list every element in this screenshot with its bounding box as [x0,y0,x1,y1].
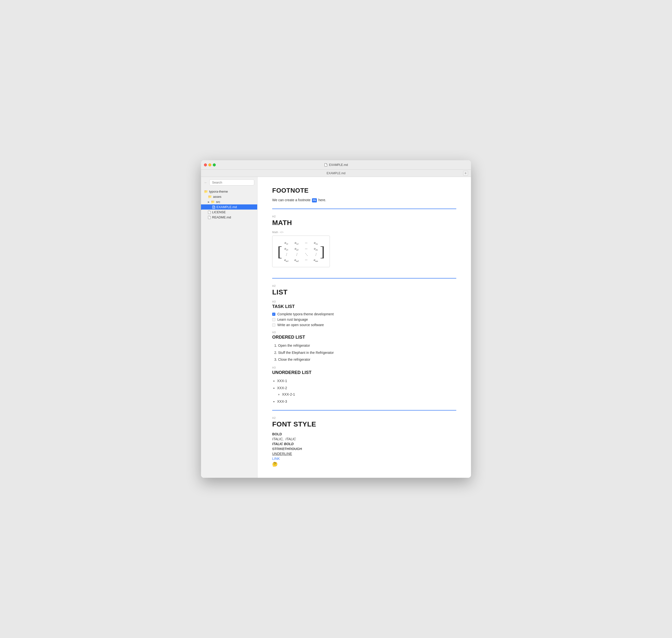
font-bold: BOLD [272,432,456,436]
folder-label: asses [213,195,221,199]
main-content: ← 📁 typora-theme 📁 asses ▶ [201,177,471,478]
unordered-item-3: XXX-3 [277,399,456,404]
matrix-cell: ⋱ [305,252,308,256]
folder-icon: 📁 [204,190,208,194]
file-label: README.md [212,216,231,219]
unordered-h3-label: H3 [272,366,456,369]
matrix-cell: amn [314,258,318,262]
task-item-label-1: Complete typora theme development [278,312,334,316]
list-heading: LIST [272,288,456,296]
unordered-list-heading: UNORDERED LIST [272,370,456,375]
matrix-cell: ⋮ [295,252,298,256]
file-tree: 📁 typora-theme 📁 asses ▶ 📁 src [201,188,257,221]
section-font-style: H2 FONT STYLE BOLD ITALIC, ITALIC ITALIC… [272,416,456,467]
folder-icon: 📁 [211,200,215,204]
titlebar-center: EXAMPLE.md [324,163,348,167]
unordered-list: XXX-1 XXX-2 XXX-2-1 XXX-3 [272,378,456,404]
font-underline: UNDERLINE [272,452,456,456]
matrix-cell: ⋮ [314,252,317,256]
titlebar: EXAMPLE.md [201,160,471,170]
file-icon [208,211,211,214]
section-list: H2 LIST H3 TASK LIST ✓ Complete typora t… [272,284,456,404]
search-input[interactable] [212,181,252,184]
new-tab-button[interactable]: + [463,171,468,176]
font-link[interactable]: LINK [272,457,456,460]
ordered-item-1: Open the refrigerator [278,343,456,348]
active-indicator [201,204,202,210]
matrix-cell: ··· [305,247,307,251]
sidebar-item-example-md[interactable]: EXAMPLE.md [201,204,257,209]
matrix-cell: am2 [294,258,299,262]
file-icon [212,205,215,209]
font-style-heading: FONT STYLE [272,420,456,428]
sub-list: XXX-2-1 [277,392,456,397]
matrix: [ a11 a12 ··· a1n a21 a22 ··· a2n ⋮ ⋮ [278,240,325,263]
matrix-cell: ⋮ [285,252,288,256]
app-window: EXAMPLE.md EXAMPLE.md + ← 📁 typora-theme [201,160,471,478]
divider-2 [272,278,456,279]
ordered-item-3: Close the refrigerator [278,357,456,362]
matrix-cell: a11 [284,241,288,245]
file-label: EXAMPLE.md [217,205,237,209]
minimize-button[interactable] [208,164,211,166]
footnote-heading: FOOTNOTE [272,187,456,194]
maximize-button[interactable] [213,164,216,166]
checkbox-2[interactable] [272,318,275,321]
sidebar-item-src[interactable]: ▶ 📁 src [201,199,257,204]
task-item-label-2: Learn rust language [278,318,308,321]
subsection-ordered-list: H3 ORDERED LIST Open the refrigerator St… [272,331,456,362]
unordered-sub-item-1: XXX-2-1 [282,392,456,397]
math-block: [ a11 a12 ··· a1n a21 a22 ··· a2n ⋮ ⋮ [272,236,330,267]
folder-icon: 📁 [208,195,212,199]
unordered-item-1: XXX-1 [277,378,456,384]
footnote-body: We can create a footnote FN here. [272,197,456,203]
search-container[interactable] [209,179,254,185]
ordered-h3-label: H3 [272,331,456,334]
file-icon [324,163,327,167]
math-label: Math </> [272,231,456,234]
font-h2-label: H2 [272,416,456,419]
font-emoji: 🤔 [272,461,456,467]
checkbox-3[interactable] [272,323,275,326]
matrix-cell: ··· [305,258,307,262]
file-icon [208,216,211,219]
left-bracket: [ [278,244,282,259]
tab-bar: EXAMPLE.md + [201,170,471,177]
folder-label: typora-theme [209,190,228,194]
code-icon: </> [280,231,284,234]
sidebar-item-readme[interactable]: README.md [201,215,257,220]
close-button[interactable] [204,164,207,166]
back-button[interactable]: ← [204,181,207,185]
matrix-cell: a12 [295,241,299,245]
matrix-cell: a2n [314,247,318,251]
sidebar: ← 📁 typora-theme 📁 asses ▶ [201,177,257,478]
sidebar-item-license[interactable]: LICENSE [201,209,257,215]
task-item-3: Write an open source software [272,323,456,327]
matrix-cell: a21 [284,247,288,251]
unordered-item-2: XXX-2 XXX-2-1 [277,385,456,397]
tab-label: EXAMPLE.md [327,171,346,175]
content-area[interactable]: FOOTNOTE We can create a footnote FN her… [257,177,471,478]
folder-label: src [216,200,220,204]
font-italic: ITALIC, ITALIC [272,437,456,441]
task-list-heading: TASK LIST [272,304,456,309]
fn-badge: FN [312,198,317,202]
subsection-task-list: H3 TASK LIST ✓ Complete typora theme dev… [272,300,456,327]
search-bar: ← [201,177,257,188]
matrix-cell: a1n [314,241,318,245]
font-italic-bold: ITALIC BOLD [272,442,456,446]
chevron-icon: ▶ [208,201,209,203]
matrix-cell: am1 [284,258,289,262]
checkbox-1[interactable]: ✓ [272,313,275,316]
divider-1 [272,208,456,209]
sidebar-item-asses[interactable]: 📁 asses [201,194,257,199]
math-h2-label: H2 [272,215,456,218]
matrix-cell: a22 [295,247,299,251]
window-title: EXAMPLE.md [329,163,348,167]
math-heading: MATH [272,219,456,227]
sidebar-item-typora-theme[interactable]: 📁 typora-theme [201,189,257,194]
task-item-2: Learn rust language [272,318,456,321]
task-item-1: ✓ Complete typora theme development [272,312,456,316]
traffic-lights [204,164,216,166]
task-list: ✓ Complete typora theme development Lear… [272,312,456,327]
